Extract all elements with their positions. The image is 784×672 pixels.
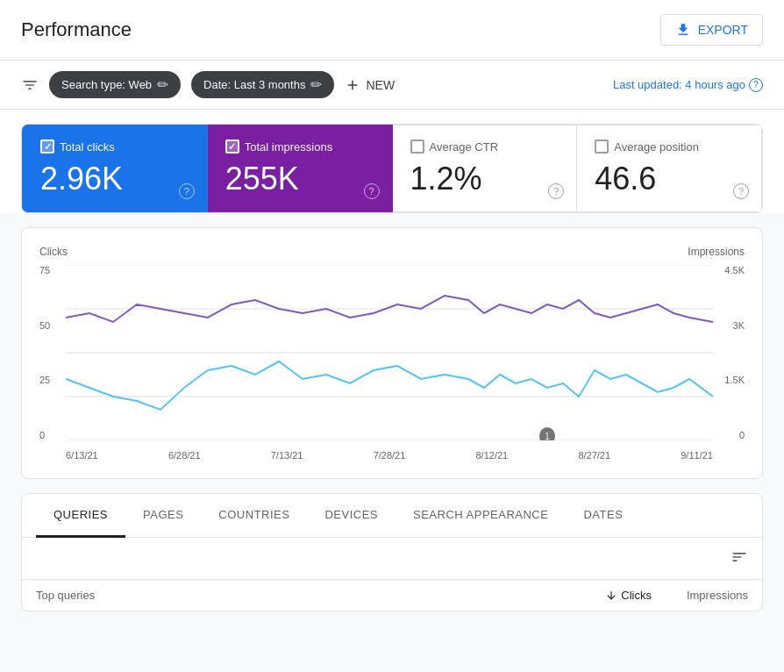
position-value: 46.6	[595, 161, 744, 197]
export-icon	[675, 22, 691, 38]
impressions-help-icon[interactable]: ?	[364, 183, 380, 199]
chart-svg: 1	[66, 265, 713, 440]
edit-icon: ✏	[310, 76, 322, 93]
clicks-help-icon[interactable]: ?	[179, 183, 195, 199]
position-checkbox[interactable]	[595, 139, 609, 154]
help-icon[interactable]: ?	[749, 78, 763, 92]
clicks-value: 2.96K	[40, 161, 189, 197]
clicks-line	[66, 361, 713, 410]
tabs-section: QUERIES PAGES COUNTRIES DEVICES SEARCH A…	[21, 493, 763, 611]
tab-countries[interactable]: COUNTRIES	[201, 494, 307, 538]
table-filter-button[interactable]	[731, 548, 748, 568]
page-title: Performance	[21, 18, 132, 41]
filter-button[interactable]	[21, 76, 39, 94]
clicks-checkbox[interactable]	[40, 139, 54, 154]
position-label: Average position	[595, 139, 744, 154]
chart-y-right-label: Impressions	[688, 246, 745, 258]
tab-queries[interactable]: QUERIES	[36, 494, 125, 538]
clicks-label: Total clicks	[40, 139, 189, 154]
metric-position[interactable]: Average position 46.6 ?	[577, 125, 762, 212]
tab-search-appearance[interactable]: SEARCH APPEARANCE	[396, 494, 566, 538]
impressions-value: 255K	[225, 161, 374, 197]
last-updated: Last updated: 4 hours ago ?	[613, 78, 763, 92]
ctr-help-icon[interactable]: ?	[548, 183, 564, 199]
tab-dates[interactable]: DATES	[566, 494, 640, 538]
filter-icon	[21, 76, 39, 94]
y-axis-left: 7550250	[39, 265, 66, 440]
metric-ctr[interactable]: Average CTR 1.2% ?	[393, 125, 578, 212]
plus-icon	[345, 77, 360, 93]
date-chip[interactable]: Date: Last 3 months ✏	[191, 71, 334, 98]
chart-area: 1	[66, 265, 713, 443]
new-button[interactable]: NEW	[345, 77, 395, 93]
search-type-chip[interactable]: Search type: Web ✏	[49, 71, 181, 98]
table-header: Top queries Clicks Impressions	[22, 580, 762, 611]
tab-filter-row	[22, 538, 762, 580]
chart-x-labels: 6/13/21 6/28/21 7/13/21 7/28/21 8/12/21 …	[66, 450, 713, 461]
tab-pages[interactable]: PAGES	[125, 494, 201, 538]
position-help-icon[interactable]: ?	[733, 183, 749, 199]
col-impressions-header: Impressions	[687, 589, 748, 602]
tab-devices[interactable]: DEVICES	[307, 494, 396, 538]
impressions-checkbox[interactable]	[225, 139, 239, 154]
metric-clicks[interactable]: Total clicks 2.96K ?	[22, 125, 208, 212]
chart-section: Clicks Impressions 7550250 1	[21, 227, 763, 479]
metric-impressions[interactable]: Total impressions 255K ?	[208, 125, 393, 212]
ctr-value: 1.2%	[410, 161, 559, 197]
filter-lines-icon	[731, 548, 748, 566]
chart-y-left-label: Clicks	[39, 246, 68, 258]
y-axis-right: 4.5K3K1.5K0	[713, 265, 745, 440]
export-button[interactable]: EXPORT	[660, 14, 763, 46]
svg-text:1: 1	[545, 432, 550, 440]
edit-icon: ✏	[157, 76, 168, 93]
impressions-label: Total impressions	[225, 139, 374, 154]
col-clicks-header[interactable]: Clicks	[605, 589, 652, 602]
sort-down-icon	[605, 590, 617, 602]
ctr-checkbox[interactable]	[410, 139, 424, 154]
col-query-header: Top queries	[36, 589, 605, 602]
page-header: Performance EXPORT	[0, 0, 784, 61]
tabs-bar: QUERIES PAGES COUNTRIES DEVICES SEARCH A…	[22, 494, 762, 538]
ctr-label: Average CTR	[410, 139, 559, 154]
toolbar: Search type: Web ✏ Date: Last 3 months ✏…	[0, 61, 784, 110]
